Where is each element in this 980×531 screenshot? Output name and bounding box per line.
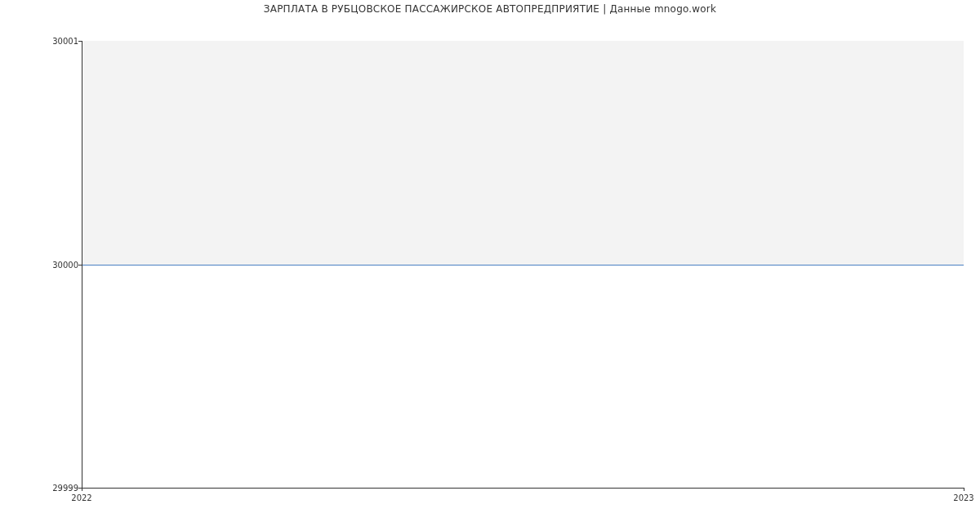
y-axis-line: [82, 41, 82, 488]
chart-grid-band: [82, 41, 964, 265]
chart-title: ЗАРПЛАТА В РУБЦОВСКОЕ ПАССАЖИРСКОЕ АВТОП…: [0, 3, 980, 15]
y-tick-mark: [78, 265, 82, 266]
y-tick-mark: [78, 41, 82, 42]
x-tick-mark: [82, 488, 82, 491]
series-line: [82, 265, 964, 266]
y-tick-label: 30001: [5, 37, 78, 46]
y-tick-label: 30000: [5, 260, 78, 269]
x-tick-mark: [964, 488, 964, 491]
x-tick-label: 2022: [71, 493, 91, 502]
x-tick-label: 2023: [953, 493, 973, 502]
x-axis-line: [82, 488, 964, 489]
y-tick-label: 29999: [5, 484, 78, 493]
salary-line-chart: ЗАРПЛАТА В РУБЦОВСКОЕ ПАССАЖИРСКОЕ АВТОП…: [0, 0, 980, 531]
